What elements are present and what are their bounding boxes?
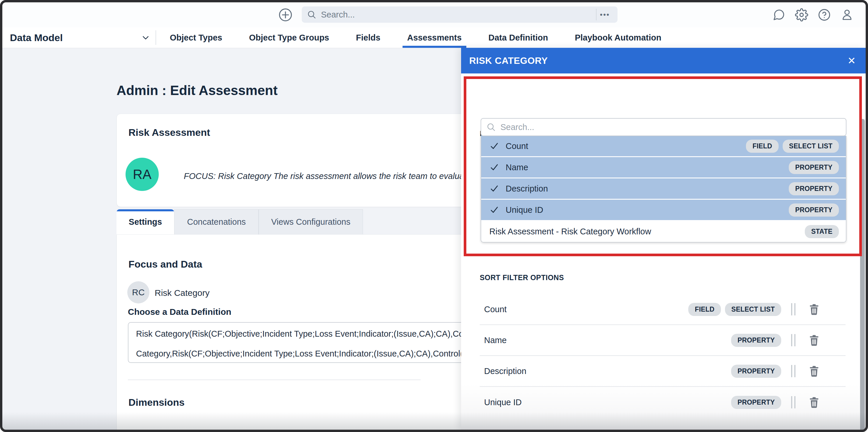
section-divider [128, 379, 421, 380]
nav-tab-object-type-groups[interactable]: Object Type Groups [249, 27, 329, 48]
data-definition-option[interactable]: Category,Risk(CF;Objective;Incident Type… [136, 349, 489, 358]
scrollbar-thumb[interactable] [860, 119, 865, 430]
filter-options-list: Count FIELD SELECT LIST Name PROPERTY De… [480, 136, 846, 242]
top-bar-actions [772, 8, 854, 22]
tab-views-configurations[interactable]: Views Configurations [259, 209, 363, 235]
global-search-input[interactable] [320, 10, 593, 20]
type-badge: PROPERTY [789, 182, 839, 195]
search-icon [307, 10, 316, 19]
search-divider [596, 9, 596, 21]
type-badge: PROPERTY [789, 161, 839, 174]
filter-option-unique-id[interactable]: Unique ID PROPERTY [481, 200, 846, 221]
panel-scrollbar[interactable] [860, 119, 865, 429]
risk-category-panel: RISK CATEGORY ✕ PICK FILTER OPTIONS TO A… [461, 48, 866, 430]
sort-filter-options-title: SORT FILTER OPTIONS [480, 273, 564, 282]
filter-option-description[interactable]: Description PROPERTY [481, 178, 846, 200]
check-icon [489, 141, 499, 151]
gear-icon[interactable] [795, 8, 809, 22]
filter-option-name[interactable]: Name PROPERTY [481, 157, 846, 178]
nav-tab-assessments[interactable]: Assessments [407, 27, 462, 48]
chat-icon[interactable] [772, 8, 786, 22]
sort-row-unique-id: Unique ID PROPERTY [480, 387, 845, 418]
data-definition-select[interactable]: Risk Category(Risk(CF;Objective;Incident… [128, 322, 489, 363]
type-badge: FIELD [746, 140, 778, 153]
sort-row-label: Name [484, 336, 506, 345]
nav-divider [156, 30, 156, 45]
option-label: Unique ID [506, 205, 543, 215]
trash-icon[interactable] [808, 365, 820, 377]
filter-search-bar[interactable] [480, 118, 846, 136]
type-badge: PROPERTY [731, 365, 781, 378]
nav-tab-object-types[interactable]: Object Types [170, 27, 222, 48]
data-model-menu[interactable]: Data Model [10, 27, 151, 48]
settings-panel-card: Focus and Data RC Risk Category Choose a… [117, 234, 496, 430]
tab-settings[interactable]: Settings [117, 209, 174, 235]
check-icon [489, 205, 499, 215]
tab-concatenations[interactable]: Concatenations [174, 209, 259, 235]
risk-assessment-card: Risk Assessment RA FOCUS: Risk Category … [117, 114, 496, 207]
check-icon [489, 184, 499, 194]
option-label: Risk Assessment - Risk Category Workflow [489, 227, 651, 236]
trash-icon[interactable] [808, 303, 820, 316]
type-badge: SELECT LIST [783, 140, 839, 153]
drag-handle[interactable] [791, 303, 796, 315]
focus-and-data-title: Focus and Data [128, 259, 202, 270]
sort-row-count: Count FIELD SELECT LIST [480, 294, 845, 325]
panel-header: RISK CATEGORY ✕ [461, 48, 866, 74]
option-label: Name [506, 163, 528, 172]
drag-handle[interactable] [791, 365, 796, 377]
sort-filter-list: Count FIELD SELECT LIST Name PROPERTY [480, 294, 845, 418]
filter-option-workflow-state[interactable]: Risk Assessment - Risk Category Workflow… [481, 221, 846, 242]
type-badge: PROPERTY [789, 203, 839, 217]
data-definition-option[interactable]: Risk Category(Risk(CF;Objective;Incident… [136, 329, 489, 339]
sort-row-label: Unique ID [484, 398, 522, 407]
choose-data-definition-label: Choose a Data Definition [128, 307, 231, 317]
global-search-bar[interactable]: ••• [302, 6, 618, 23]
drag-handle[interactable] [791, 334, 796, 346]
trash-icon[interactable] [808, 396, 820, 409]
top-bar: ••• [2, 2, 866, 28]
check-icon [489, 162, 499, 172]
sort-row-label: Count [484, 305, 506, 314]
type-badge: FIELD [688, 303, 721, 316]
nav-tab-playbook-automation[interactable]: Playbook Automation [575, 27, 661, 48]
type-badge: SELECT LIST [725, 303, 781, 316]
type-badge: PROPERTY [731, 334, 781, 347]
type-badge: STATE [805, 225, 839, 238]
data-model-label: Data Model [10, 32, 63, 44]
close-icon[interactable]: ✕ [847, 48, 856, 74]
avatar: RA [126, 158, 159, 191]
panel-title: RISK CATEGORY [469, 55, 548, 66]
chevron-down-icon [141, 33, 151, 42]
sort-row-description: Description PROPERTY [480, 356, 845, 387]
page-title: Admin : Edit Assessment [117, 83, 278, 98]
filter-search-input[interactable] [500, 122, 841, 132]
drag-handle[interactable] [791, 396, 796, 408]
sort-row-label: Description [484, 367, 526, 376]
user-icon[interactable] [840, 8, 854, 22]
sort-row-name: Name PROPERTY [480, 325, 845, 356]
dimensions-title: Dimensions [128, 397, 185, 408]
filter-option-count[interactable]: Count FIELD SELECT LIST [481, 136, 846, 157]
search-icon [487, 122, 496, 132]
card-title: Risk Assessment [128, 127, 210, 138]
search-more-icon[interactable]: ••• [598, 10, 612, 19]
nav-tab-data-definition[interactable]: Data Definition [489, 27, 548, 48]
trash-icon[interactable] [808, 334, 820, 347]
option-label: Count [506, 141, 528, 151]
nav-tabs: Object Types Object Type Groups Fields A… [170, 27, 661, 48]
option-label: Description [506, 184, 548, 194]
focus-object-label: Risk Category [155, 288, 210, 298]
focus-avatar: RC [127, 281, 149, 304]
add-icon[interactable] [278, 8, 292, 22]
nav-tab-fields[interactable]: Fields [356, 27, 380, 48]
app-window: ••• Data Model Object Types [2, 2, 866, 430]
nav-bar: Data Model Object Types Object Type Grou… [2, 27, 866, 48]
help-icon[interactable] [817, 8, 831, 22]
type-badge: PROPERTY [731, 396, 781, 409]
